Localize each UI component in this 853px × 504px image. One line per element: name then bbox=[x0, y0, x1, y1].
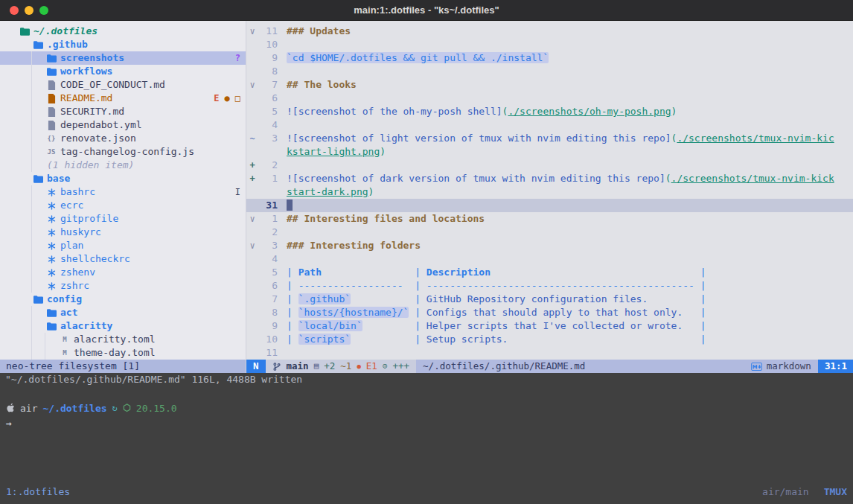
tree-item-label: theme-day.toml bbox=[74, 346, 156, 360]
folder-icon bbox=[31, 174, 45, 183]
shell-input-line[interactable]: → bbox=[6, 418, 12, 429]
git-changed-count: ~1 bbox=[340, 360, 351, 373]
editor-line[interactable]: 2 bbox=[246, 226, 853, 239]
tree-item-badges: ? bbox=[235, 51, 240, 65]
tree-item[interactable]: CODE_OF_CONDUCT.md bbox=[0, 78, 246, 92]
tree-item[interactable]: bashrcI bbox=[0, 185, 246, 199]
tree-item[interactable]: SECURITY.md bbox=[0, 105, 246, 118]
tree-item[interactable]: plan bbox=[0, 239, 246, 252]
editor-line[interactable]: kstart-light.png) bbox=[246, 145, 853, 159]
tree-item[interactable]: zshenv bbox=[0, 266, 246, 279]
filetype-label: markdown bbox=[767, 360, 811, 373]
editor-line[interactable]: 10 bbox=[246, 38, 853, 51]
text-segment: ![screenshot of dark version of tmux wit… bbox=[287, 173, 665, 184]
line-text: ![screenshot of light version of tmux wi… bbox=[278, 132, 834, 145]
editor-line[interactable]: ∨3### Interesting folders bbox=[246, 239, 853, 252]
editor-line[interactable]: 9| `local/bin` | Helper scripts that I'v… bbox=[246, 319, 853, 333]
tree-item-badges: I bbox=[235, 185, 240, 199]
tmux-window-tab[interactable]: 1:.dotfiles bbox=[6, 486, 70, 497]
editor-line[interactable]: +2 bbox=[246, 159, 853, 172]
tree-item[interactable]: (1 hidden item) bbox=[0, 159, 246, 172]
editor-line[interactable]: 8 bbox=[246, 65, 853, 78]
tree-item[interactable]: README.mdE●□ bbox=[0, 92, 246, 105]
editor-line[interactable]: ~3![screenshot of light version of tmux … bbox=[246, 132, 853, 145]
tree-item[interactable]: JStag-changelog-config.js bbox=[0, 145, 246, 159]
editor-line[interactable]: 4 bbox=[246, 118, 853, 132]
editor-line[interactable]: ∨1## Interesting files and locations bbox=[246, 212, 853, 226]
tree-item[interactable]: workflows bbox=[0, 65, 246, 78]
text-segment: start-dark.png bbox=[287, 186, 368, 197]
editor-line[interactable]: 5![screenshot of the oh-my-posh shell](.… bbox=[246, 105, 853, 118]
doc-icon bbox=[45, 94, 58, 103]
line-number: 7 bbox=[258, 293, 278, 306]
folder-icon bbox=[45, 54, 58, 63]
editor-line[interactable]: 6| ------------------ | ----------------… bbox=[246, 279, 853, 293]
editor-line[interactable]: 5| Path | Description | bbox=[246, 266, 853, 279]
text-segment: Setup scripts. bbox=[426, 334, 700, 345]
indent-guide bbox=[18, 38, 31, 51]
indent-guide bbox=[31, 279, 45, 293]
tree-item[interactable]: screenshots? bbox=[0, 51, 246, 65]
gutter-sign bbox=[246, 105, 258, 118]
git-added-count: +2 bbox=[324, 360, 335, 373]
tree-item[interactable]: config bbox=[0, 293, 246, 306]
tree-item[interactable]: {}renovate.json bbox=[0, 132, 246, 145]
tree-item[interactable]: dependabot.yml bbox=[0, 118, 246, 132]
line-text bbox=[278, 118, 287, 132]
tree-item[interactable]: alacritty bbox=[0, 319, 246, 333]
tree-item[interactable]: gitprofile bbox=[0, 212, 246, 226]
line-number: 4 bbox=[258, 252, 278, 266]
tree-item[interactable]: shellcheckrc bbox=[0, 252, 246, 266]
indent-guide bbox=[18, 199, 31, 212]
text-segment: Helper scripts that I've collected or wr… bbox=[426, 320, 700, 331]
zoom-button[interactable] bbox=[39, 6, 48, 15]
indent-guide bbox=[18, 279, 31, 293]
tree-item-label: huskyrc bbox=[60, 226, 101, 239]
editor-line[interactable]: start-dark.png) bbox=[246, 185, 853, 199]
minimize-button[interactable] bbox=[25, 6, 33, 15]
editor-line[interactable]: ∨11### Updates bbox=[246, 25, 853, 38]
text-segment bbox=[351, 334, 415, 345]
editor-line[interactable]: 4 bbox=[246, 252, 853, 266]
editor-line[interactable]: 6 bbox=[246, 92, 853, 105]
editor-line[interactable]: 11 bbox=[246, 346, 853, 360]
tree-item-label: plan bbox=[60, 239, 83, 252]
tree-item-label: dependabot.yml bbox=[60, 118, 142, 132]
line-number: 11 bbox=[258, 346, 278, 360]
tree-item-label: screenshots bbox=[60, 51, 124, 65]
tree-item[interactable]: .github bbox=[0, 38, 246, 51]
tree-item[interactable]: huskyrc bbox=[0, 226, 246, 239]
tree-item[interactable]: ~/.dotfiles bbox=[0, 25, 246, 38]
close-button[interactable] bbox=[10, 6, 19, 15]
tree-item[interactable]: base bbox=[0, 172, 246, 185]
indent-guide bbox=[18, 306, 31, 319]
editor-pane[interactable]: ∨11### Updates109`cd $HOME/.dotfiles && … bbox=[246, 21, 853, 373]
editor-line[interactable]: 10| `scripts` | Setup scripts. | bbox=[246, 333, 853, 346]
editor-line[interactable]: +1![screenshot of dark version of tmux w… bbox=[246, 172, 853, 185]
text-segment bbox=[491, 267, 700, 278]
tree-item-label: CODE_OF_CONDUCT.md bbox=[60, 78, 165, 92]
tmux-session-name: air/main bbox=[762, 486, 809, 497]
tree-item[interactable]: act bbox=[0, 306, 246, 319]
folder-icon bbox=[31, 295, 45, 304]
editor-line[interactable]: 31 bbox=[246, 199, 853, 212]
indent-guide bbox=[31, 51, 45, 65]
gutter-sign bbox=[246, 346, 258, 360]
editor-line[interactable]: 7| `.github` | GitHub Repository configu… bbox=[246, 293, 853, 306]
tree-item[interactable]: ecrc bbox=[0, 199, 246, 212]
tree-item[interactable]: Mtheme-day.toml bbox=[0, 346, 246, 360]
editor-line[interactable]: 9`cd $HOME/.dotfiles && git pull && ./in… bbox=[246, 51, 853, 65]
line-number: 8 bbox=[258, 306, 278, 319]
neotree-panel: ~/.dotfiles.githubscreenshots?workflowsC… bbox=[0, 21, 246, 373]
editor-line[interactable]: ∨7## The looks bbox=[246, 78, 853, 92]
tmux-statusbar: 1:.dotfiles air/main TMUX bbox=[0, 485, 853, 498]
tree-item-label: ~/.dotfiles bbox=[33, 25, 98, 38]
node-icon bbox=[123, 403, 131, 412]
indent-guide bbox=[31, 319, 45, 333]
text-segment: `hosts/{hostname}/` bbox=[298, 307, 409, 318]
tree-item[interactable]: Malacritty.toml bbox=[0, 333, 246, 346]
cursor bbox=[287, 200, 293, 211]
editor-line[interactable]: 8| `hosts/{hostname}/` | Configs that sh… bbox=[246, 306, 853, 319]
tree-item[interactable]: zshrc bbox=[0, 279, 246, 293]
indent-guide bbox=[18, 333, 31, 346]
